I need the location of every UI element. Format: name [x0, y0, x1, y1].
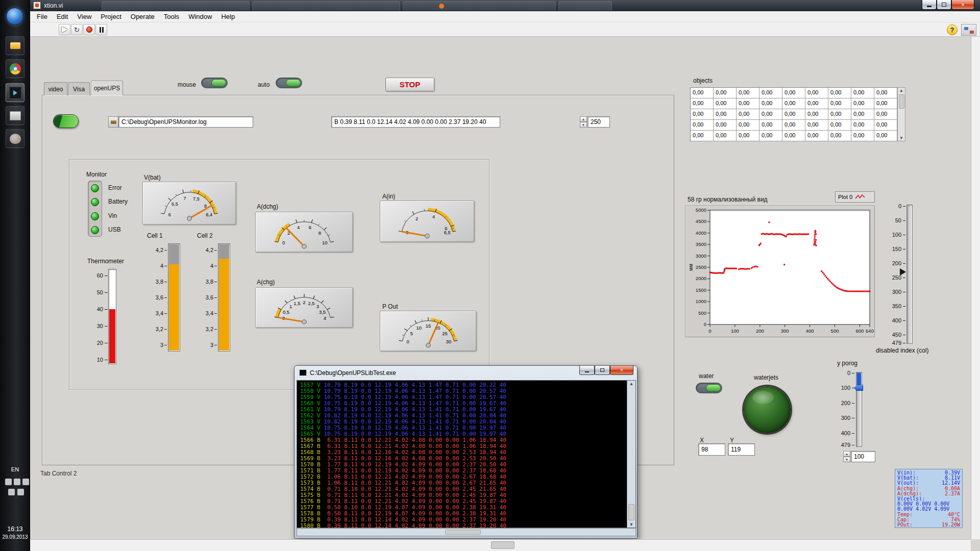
tray-network-icon[interactable] — [17, 489, 24, 495]
led-error[interactable] — [91, 184, 99, 192]
menu-window[interactable]: Window — [184, 12, 216, 21]
taskbar-app-icon[interactable] — [6, 106, 24, 125]
objects-cell[interactable]: 0,00 — [760, 98, 782, 109]
ms-wait-spinner-down[interactable]: ▼ — [580, 122, 587, 128]
menu-tools[interactable]: Tools — [159, 12, 184, 21]
led-battery[interactable] — [91, 198, 99, 206]
plot-legend[interactable]: Plot 0 — [835, 191, 875, 203]
taskbar-gimp-icon[interactable] — [6, 129, 24, 148]
page3-button[interactable] — [53, 114, 79, 128]
scroll-thumb[interactable] — [899, 94, 904, 109]
objects-scrollbar[interactable]: ▲▼ — [897, 87, 905, 141]
objects-cell[interactable]: 0,00 — [691, 109, 714, 120]
string-input[interactable]: B 0.39 8.11 0.0 12.14 4.02 4.09 0.00 0.0… — [331, 116, 500, 128]
disabled-index-track[interactable] — [906, 205, 913, 344]
yporog-spinner-up[interactable]: ▲ — [843, 451, 850, 457]
objects-cell[interactable]: 0,00 — [691, 120, 714, 131]
minimize-button[interactable] — [922, 0, 937, 10]
scroll-thumb[interactable] — [628, 504, 634, 520]
scroll-down-icon[interactable]: ▼ — [627, 522, 635, 527]
objects-cell[interactable]: 0,00 — [805, 88, 828, 98]
scroll-thumb[interactable] — [491, 541, 514, 549]
objects-cell[interactable]: 0,00 — [691, 88, 714, 98]
abort-button[interactable] — [83, 24, 95, 35]
run-button[interactable] — [59, 24, 70, 35]
tab-video[interactable]: video — [44, 82, 67, 95]
objects-cell[interactable]: 0,00 — [874, 120, 897, 131]
objects-cell[interactable]: 0,00 — [691, 98, 714, 109]
console-maximize-button[interactable] — [595, 366, 610, 375]
objects-cell[interactable]: 0,00 — [737, 120, 760, 131]
yporog-display[interactable]: 100 — [851, 451, 875, 462]
scroll-thumb[interactable] — [445, 530, 481, 535]
waterjets-button[interactable] — [744, 386, 791, 433]
panel-horizontal-scrollbar[interactable] — [30, 539, 971, 551]
objects-cell[interactable]: 0,00 — [851, 120, 874, 131]
tray-icon[interactable] — [5, 479, 12, 485]
mouse-toggle[interactable] — [201, 78, 228, 88]
language-indicator[interactable]: EN — [0, 466, 30, 472]
yporog-thumb[interactable] — [854, 385, 863, 391]
led-usb[interactable] — [91, 226, 99, 234]
console-close-button[interactable]: × — [610, 366, 633, 375]
objects-cell[interactable]: 0,00 — [828, 109, 851, 120]
objects-cell[interactable]: 0,00 — [714, 109, 737, 120]
console-vertical-scrollbar[interactable]: ▲ ▼ — [627, 381, 635, 528]
objects-cell[interactable]: 0,00 — [691, 131, 714, 141]
objects-cell[interactable]: 0,00 — [782, 88, 805, 98]
objects-cell[interactable]: 0,00 — [874, 109, 897, 120]
objects-cell[interactable]: 0,00 — [714, 131, 737, 141]
objects-cell[interactable]: 0,00 — [851, 131, 874, 141]
window-titlebar[interactable]: xtion.vi × — [30, 0, 980, 11]
objects-cell[interactable]: 0,00 — [782, 120, 805, 131]
objects-cell[interactable]: 0,00 — [760, 131, 782, 141]
objects-cell[interactable]: 0,00 — [737, 131, 760, 141]
taskbar-chrome-icon[interactable] — [6, 59, 24, 78]
console-window[interactable]: C:\Debug\OpenUPSLibTest.exe × 1557 V 10.… — [294, 365, 638, 539]
scroll-down-icon[interactable]: ▼ — [899, 136, 903, 140]
tray-icon[interactable] — [22, 479, 29, 485]
clock-date[interactable]: 29.09.2013 — [0, 534, 30, 540]
auto-toggle[interactable] — [276, 78, 302, 88]
objects-cell[interactable]: 0,00 — [828, 88, 851, 98]
ms-wait-input[interactable]: 250 — [587, 116, 610, 128]
objects-cell[interactable]: 0,00 — [805, 109, 828, 120]
console-horizontal-scrollbar[interactable] — [297, 528, 636, 536]
tab-openups[interactable]: openUPS — [91, 81, 123, 95]
objects-cell[interactable]: 0,00 — [851, 109, 874, 120]
menu-edit[interactable]: Edit — [52, 12, 72, 21]
objects-cell[interactable]: 0,00 — [851, 98, 874, 109]
objects-cell[interactable]: 0,00 — [805, 120, 828, 131]
close-button[interactable]: × — [951, 0, 974, 10]
objects-cell[interactable]: 0,00 — [851, 88, 874, 98]
taskbar-media-player-icon[interactable] — [6, 83, 24, 102]
water-toggle[interactable] — [696, 383, 722, 393]
objects-cell[interactable]: 0,00 — [828, 120, 851, 131]
objects-cell[interactable]: 0,00 — [874, 98, 897, 109]
scroll-up-icon[interactable]: ▲ — [899, 88, 903, 93]
objects-cell[interactable]: 0,00 — [737, 88, 760, 98]
objects-cell[interactable]: 0,00 — [782, 109, 805, 120]
help-icon[interactable]: ? — [947, 24, 958, 35]
objects-cell[interactable]: 0,00 — [805, 98, 828, 109]
console-minimize-button[interactable] — [579, 366, 595, 375]
taskbar-explorer-icon[interactable] — [6, 36, 24, 55]
start-button[interactable] — [6, 8, 23, 25]
ms-wait-spinner-up[interactable]: ▲ — [580, 116, 587, 122]
yporog-spinner-down[interactable]: ▼ — [843, 457, 850, 462]
objects-cell[interactable]: 0,00 — [760, 109, 782, 120]
objects-cell[interactable]: 0,00 — [828, 131, 851, 141]
browse-folder-icon[interactable] — [108, 116, 118, 128]
run-continuous-button[interactable]: ↻ — [71, 24, 83, 35]
y-display[interactable]: 119 — [728, 443, 755, 456]
tray-icon[interactable] — [14, 479, 20, 485]
objects-cell[interactable]: 0,00 — [782, 131, 805, 141]
tab-visa[interactable]: Visa — [68, 82, 90, 95]
ms-wait-spinner[interactable]: ▲▼ — [580, 116, 587, 128]
menu-view[interactable]: View — [72, 12, 96, 21]
disabled-index-thumb[interactable] — [900, 268, 906, 276]
objects-cell[interactable]: 0,00 — [714, 98, 737, 109]
led-vin[interactable] — [91, 212, 99, 220]
menu-project[interactable]: Project — [96, 12, 126, 21]
menu-operate[interactable]: Operate — [126, 12, 159, 21]
